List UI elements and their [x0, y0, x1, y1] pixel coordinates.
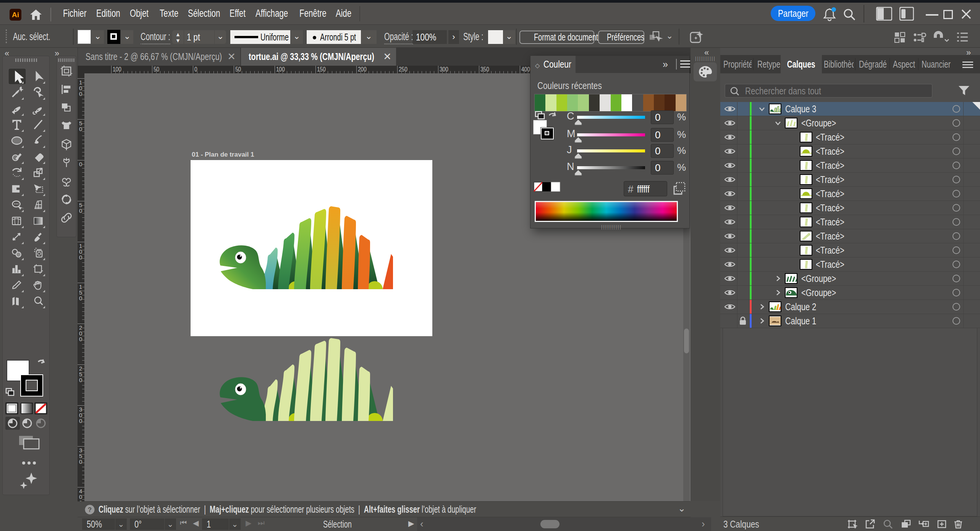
svg-text:?: ? [88, 506, 92, 513]
